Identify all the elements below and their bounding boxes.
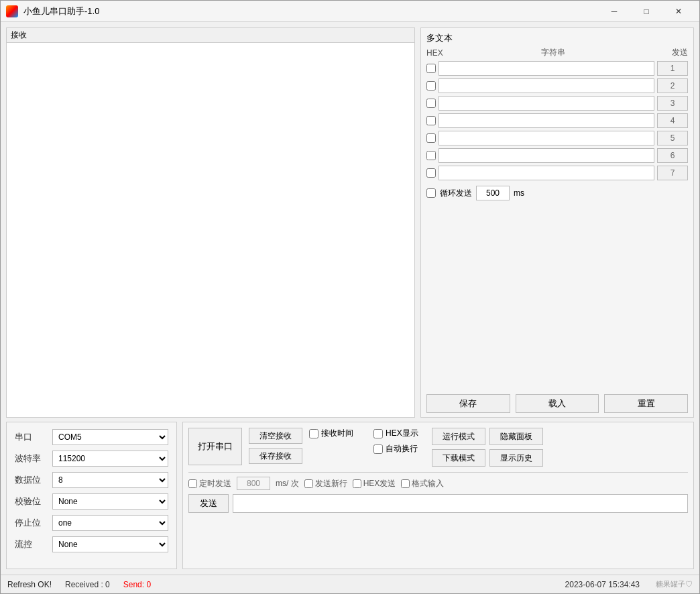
window-title: 小鱼儿串口助手-1.0 — [23, 5, 599, 17]
format-input-checkbox[interactable] — [401, 479, 410, 488]
flow-control-select[interactable]: NoneRTS/CTSXON/XOFF — [52, 536, 168, 552]
multitext-send-button[interactable]: 1 — [657, 61, 688, 76]
timed-send-input[interactable] — [237, 477, 270, 490]
multitext-row-checkbox[interactable] — [426, 168, 436, 178]
download-mode-button[interactable]: 下载模式 — [432, 449, 485, 467]
baud-select[interactable]: 9600192003840057600115200 — [52, 451, 168, 467]
parity-select[interactable]: NoneOddEven — [52, 493, 168, 510]
loop-row: 循环发送 ms — [426, 186, 688, 200]
flow-control-label: 流控 — [15, 538, 47, 550]
multitext-row-checkbox[interactable] — [426, 133, 436, 143]
main-window: 小鱼儿串口助手-1.0 ─ □ ✕ 接收 多文本 HEX 字符串 发送 — [0, 0, 700, 594]
loop-send-checkbox[interactable] — [426, 188, 436, 198]
reset-button[interactable]: 重置 — [604, 394, 688, 413]
status-bar: Refresh OK! Received : 0 Send: 0 2023-06… — [1, 575, 699, 593]
hex-display-checkbox[interactable] — [373, 429, 383, 438]
port-select[interactable]: COM1COM2COM3COM4COM5 — [52, 429, 168, 445]
mode-row-1: 运行模式 隐藏面板 — [432, 428, 543, 445]
auto-newline-checkbox[interactable] — [373, 444, 383, 454]
send-row: 发送 — [188, 494, 688, 513]
multitext-string-input[interactable] — [439, 166, 654, 180]
multitext-title: 多文本 — [426, 32, 688, 44]
title-bar-buttons: ─ □ ✕ — [599, 1, 694, 22]
control-top: 打开串口 清空接收 保存接收 接收时间 HEX显示 — [188, 428, 688, 467]
baud-label: 波特率 — [15, 453, 47, 465]
load-button[interactable]: 载入 — [516, 394, 599, 413]
loop-interval-input[interactable] — [476, 186, 510, 200]
hex-send-checkbox[interactable] — [353, 479, 361, 488]
hex-display-row: HEX显示 — [373, 428, 418, 439]
flow-control-row: 流控 NoneRTS/CTSXON/XOFF — [15, 536, 168, 552]
timed-send-item: 定时发送 — [188, 478, 231, 489]
multitext-string-input[interactable] — [439, 61, 654, 76]
multitext-string-input[interactable] — [439, 96, 654, 111]
multitext-send-button[interactable]: 2 — [657, 78, 688, 93]
multitext-row-checkbox[interactable] — [426, 151, 436, 160]
stop-bits-select[interactable]: onetwo1.5 — [52, 515, 168, 531]
hex-send-label: HEX发送 — [363, 478, 396, 489]
format-input-item: 格式输入 — [401, 478, 444, 489]
minimize-button[interactable]: ─ — [599, 1, 630, 22]
multitext-string-input[interactable] — [439, 131, 654, 145]
run-mode-button[interactable]: 运行模式 — [432, 428, 485, 445]
auto-newline-row: 自动换行 — [373, 443, 418, 455]
multitext-rows: 1 2 3 4 5 6 7 — [426, 61, 688, 180]
port-row: 串口 COM1COM2COM3COM4COM5 — [15, 429, 168, 445]
show-history-button[interactable]: 显示历史 — [489, 449, 543, 467]
send-area: 定时发送 ms/ 次 发送新行 HEX发送 — [188, 472, 688, 513]
multitext-send-button[interactable]: 3 — [657, 96, 688, 111]
multitext-row-checkbox[interactable] — [426, 81, 436, 91]
multitext-string-input[interactable] — [439, 148, 654, 163]
col-hex-header: HEX — [426, 48, 445, 58]
brand: 糖果罐子♡ — [656, 579, 693, 589]
timed-send-label: 定时发送 — [199, 478, 231, 489]
multitext-row-checkbox[interactable] — [426, 116, 436, 125]
multitext-send-button[interactable]: 6 — [657, 148, 688, 163]
auto-newline-label: 自动换行 — [386, 443, 418, 455]
timed-send-unit: ms/ 次 — [276, 478, 299, 489]
col-string-header: 字符串 — [459, 47, 648, 58]
multitext-send-button[interactable]: 5 — [657, 131, 688, 145]
receive-textarea[interactable] — [7, 43, 414, 417]
data-bits-label: 数据位 — [15, 474, 47, 486]
datetime: 2023-06-07 15:34:43 — [565, 580, 640, 589]
recv-time-checkbox[interactable] — [309, 429, 318, 438]
data-bits-select[interactable]: 5678 — [52, 472, 168, 488]
receive-panel: 接收 — [6, 27, 415, 418]
hex-auto-col: HEX显示 自动换行 — [373, 428, 418, 455]
multitext-row: 5 — [426, 131, 688, 145]
timed-send-checkbox[interactable] — [188, 479, 197, 488]
clear-recv-button[interactable]: 清空接收 — [249, 428, 302, 444]
send-newline-item: 发送新行 — [304, 478, 347, 489]
send-newline-checkbox[interactable] — [304, 479, 313, 488]
config-panel: 串口 COM1COM2COM3COM4COM5 波特率 960019200384… — [6, 422, 177, 569]
hex-send-item: HEX发送 — [353, 478, 396, 489]
parity-label: 校验位 — [15, 495, 47, 508]
mode-buttons-col: 运行模式 隐藏面板 下载模式 显示历史 — [432, 428, 543, 467]
multitext-row-checkbox[interactable] — [426, 64, 436, 73]
data-bits-row: 数据位 5678 — [15, 472, 168, 488]
multitext-row: 3 — [426, 96, 688, 111]
send-input[interactable] — [233, 494, 688, 513]
multitext-row: 6 — [426, 148, 688, 163]
send-main-button[interactable]: 发送 — [188, 494, 229, 513]
loop-ms-label: ms — [514, 188, 524, 198]
app-icon — [6, 5, 18, 17]
close-button[interactable]: ✕ — [663, 1, 694, 22]
multitext-string-input[interactable] — [439, 78, 654, 93]
multitext-panel: 多文本 HEX 字符串 发送 1 2 3 4 — [420, 27, 694, 418]
hex-display-label: HEX显示 — [386, 428, 418, 439]
stop-bits-label: 停止位 — [15, 517, 47, 529]
multitext-string-input[interactable] — [439, 113, 654, 128]
multitext-row: 4 — [426, 113, 688, 128]
save-button[interactable]: 保存 — [426, 394, 510, 413]
mode-row-2: 下载模式 显示历史 — [432, 449, 543, 467]
maximize-button[interactable]: □ — [631, 1, 662, 22]
multitext-send-button[interactable]: 4 — [657, 113, 688, 128]
open-port-button[interactable]: 打开串口 — [188, 428, 242, 465]
hide-panel-button[interactable]: 隐藏面板 — [489, 428, 543, 445]
save-recv-button[interactable]: 保存接收 — [249, 448, 302, 464]
send-count: Send: 0 — [123, 580, 151, 589]
multitext-row-checkbox[interactable] — [426, 99, 436, 108]
multitext-send-button[interactable]: 7 — [657, 166, 688, 180]
